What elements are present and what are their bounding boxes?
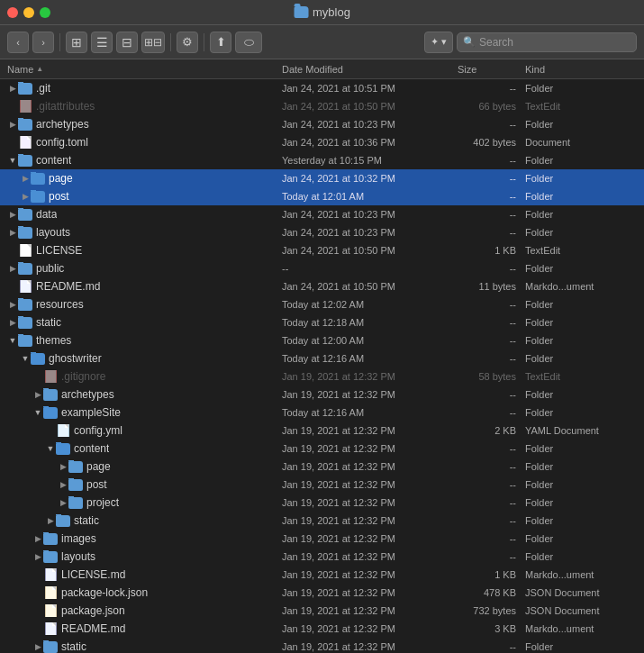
file-kind: Markdo...ument — [525, 623, 637, 634]
file-kind: Folder — [525, 191, 637, 202]
fullscreen-button[interactable] — [40, 7, 50, 18]
list-item[interactable]: ▶layoutsJan 19, 2021 at 12:32 PM--Folder — [0, 548, 644, 566]
file-kind: Folder — [525, 83, 637, 94]
file-list[interactable]: ▶.gitJan 24, 2021 at 10:51 PM--Folder .g… — [0, 79, 644, 653]
list-item[interactable]: README.mdJan 19, 2021 at 12:32 PM3 KBMar… — [0, 620, 644, 638]
list-item[interactable]: ▶postToday at 12:01 AM--Folder — [0, 187, 644, 205]
expand-toggle[interactable]: ▼ — [7, 335, 18, 346]
list-item[interactable]: ▶pageJan 19, 2021 at 12:32 PM--Folder — [0, 458, 644, 476]
col-header-modified[interactable]: Date Modified — [282, 64, 458, 75]
date-modified: Jan 24, 2021 at 10:23 PM — [282, 119, 458, 130]
file-size: -- — [458, 155, 525, 166]
list-item[interactable]: ▶imagesJan 19, 2021 at 12:32 PM--Folder — [0, 530, 644, 548]
expand-toggle[interactable]: ▶ — [20, 173, 31, 184]
column-view-button[interactable]: ⊟ — [116, 32, 138, 53]
close-button[interactable] — [7, 7, 18, 18]
list-item[interactable]: ▼contentJan 19, 2021 at 12:32 PM--Folder — [0, 440, 644, 458]
expand-toggle[interactable]: ▼ — [20, 353, 31, 364]
list-item[interactable]: ▶resourcesToday at 12:02 AM--Folder — [0, 295, 644, 313]
col-header-kind[interactable]: Kind — [525, 64, 637, 75]
expand-toggle[interactable]: ▶ — [7, 227, 18, 238]
list-item[interactable]: ▼contentYesterday at 10:15 PM--Folder — [0, 151, 644, 169]
file-size: -- — [458, 209, 525, 220]
list-item[interactable]: ▶archetypesJan 19, 2021 at 12:32 PM--Fol… — [0, 385, 644, 404]
list-item[interactable]: ▼exampleSiteToday at 12:16 AM--Folder — [0, 404, 644, 422]
file-size: -- — [458, 497, 525, 508]
date-modified: Jan 24, 2021 at 10:51 PM — [282, 83, 458, 94]
list-item[interactable]: package.jsonJan 19, 2021 at 12:32 PM732 … — [0, 602, 644, 620]
list-item[interactable]: .gitignoreJan 19, 2021 at 12:32 PM58 byt… — [0, 367, 644, 385]
expand-toggle[interactable]: ▶ — [7, 263, 18, 274]
list-item[interactable]: ▶staticJan 19, 2021 at 12:32 PM--Folder — [0, 638, 644, 653]
icon-view-button[interactable]: ⊞ — [66, 32, 87, 53]
list-item[interactable]: ▶archetypesJan 24, 2021 at 10:23 PM--Fol… — [0, 115, 644, 133]
expand-toggle[interactable]: ▶ — [7, 209, 18, 220]
list-item[interactable]: .gitattributesJan 24, 2021 at 10:50 PM66… — [0, 97, 644, 115]
share-button[interactable]: ⬆ — [210, 32, 231, 53]
list-item[interactable]: config.ymlJan 19, 2021 at 12:32 PM2 KBYA… — [0, 422, 644, 440]
expand-toggle[interactable]: ▶ — [58, 479, 68, 490]
col-header-size[interactable]: Size — [458, 64, 525, 75]
list-item[interactable]: ▶layoutsJan 24, 2021 at 10:23 PM--Folder — [0, 223, 644, 241]
folder-icon — [43, 551, 58, 563]
date-modified: Jan 19, 2021 at 12:32 PM — [282, 497, 458, 508]
folder-icon — [68, 479, 83, 491]
expand-toggle[interactable]: ▶ — [58, 497, 68, 508]
list-item[interactable]: ▶projectJan 19, 2021 at 12:32 PM--Folder — [0, 494, 644, 512]
file-size: 66 bytes — [458, 101, 525, 112]
expand-toggle[interactable]: ▶ — [32, 533, 43, 544]
back-button[interactable]: ‹ — [7, 32, 29, 53]
list-item[interactable]: LICENSEJan 24, 2021 at 10:50 PM1 KBTextE… — [0, 241, 644, 259]
minimize-button[interactable] — [23, 7, 34, 18]
list-item[interactable]: ▶pageJan 24, 2021 at 10:32 PM--Folder — [0, 169, 644, 187]
expand-toggle — [45, 425, 56, 436]
yaml-doc-icon — [58, 424, 69, 437]
date-modified: Jan 24, 2021 at 10:50 PM — [282, 281, 458, 292]
list-item[interactable]: ▶staticToday at 12:18 AM--Folder — [0, 313, 644, 331]
action-button[interactable]: ⚙ — [177, 32, 198, 53]
list-item[interactable]: README.mdJan 24, 2021 at 10:50 PM11 byte… — [0, 277, 644, 295]
gallery-view-button[interactable]: ⊞⊟ — [141, 32, 165, 53]
list-item[interactable]: config.tomlJan 24, 2021 at 10:36 PM402 b… — [0, 133, 644, 151]
folder-icon — [31, 191, 45, 203]
expand-toggle[interactable]: ▼ — [7, 155, 18, 166]
forward-button[interactable]: › — [32, 32, 54, 53]
expand-toggle[interactable]: ▶ — [32, 389, 43, 400]
dropbox-button[interactable]: ✦ ▾ — [424, 32, 453, 53]
expand-toggle[interactable]: ▶ — [32, 641, 43, 652]
list-item[interactable]: ▼ghostwriterToday at 12:16 AM--Folder — [0, 349, 644, 367]
expand-toggle[interactable]: ▶ — [7, 83, 18, 94]
file-kind: Folder — [525, 209, 637, 220]
list-view-button[interactable]: ☰ — [91, 32, 113, 53]
list-item[interactable]: LICENSE.mdJan 19, 2021 at 12:32 PM1 KBMa… — [0, 566, 644, 584]
list-item[interactable]: ▶public----Folder — [0, 259, 644, 277]
expand-toggle[interactable]: ▶ — [7, 299, 18, 310]
expand-toggle[interactable]: ▶ — [32, 551, 43, 562]
list-item[interactable]: ▶staticJan 19, 2021 at 12:32 PM--Folder — [0, 512, 644, 530]
list-item[interactable]: ▶postJan 19, 2021 at 12:32 PM--Folder — [0, 476, 644, 494]
date-modified: Jan 24, 2021 at 10:23 PM — [282, 209, 458, 220]
list-item[interactable]: package-lock.jsonJan 19, 2021 at 12:32 P… — [0, 584, 644, 602]
expand-toggle[interactable]: ▶ — [7, 119, 18, 130]
list-item[interactable]: ▶.gitJan 24, 2021 at 10:51 PM--Folder — [0, 79, 644, 97]
col-header-name[interactable]: Name ▲ — [7, 64, 282, 75]
expand-toggle[interactable]: ▶ — [7, 317, 18, 328]
file-kind: TextEdit — [525, 101, 637, 112]
search-bar[interactable]: 🔍 Search — [457, 32, 637, 52]
json-doc-icon — [45, 586, 57, 599]
expand-toggle[interactable]: ▼ — [32, 407, 43, 418]
file-size: -- — [458, 263, 525, 274]
file-size: 1 KB — [458, 245, 525, 256]
file-name: exampleSite — [61, 406, 121, 419]
list-item[interactable]: ▼themesToday at 12:00 AM--Folder — [0, 331, 644, 349]
list-item[interactable]: ▶dataJan 24, 2021 at 10:23 PM--Folder — [0, 205, 644, 223]
expand-toggle[interactable]: ▼ — [45, 443, 56, 454]
file-kind: Folder — [525, 353, 637, 364]
expand-toggle[interactable]: ▶ — [45, 515, 56, 526]
tags-button[interactable]: ⬭ — [235, 32, 262, 53]
expand-toggle[interactable]: ▶ — [58, 461, 68, 472]
expand-toggle[interactable]: ▶ — [20, 191, 31, 202]
expand-toggle — [7, 137, 18, 148]
git-icon — [20, 100, 32, 113]
title-bar: myblog — [0, 0, 644, 25]
